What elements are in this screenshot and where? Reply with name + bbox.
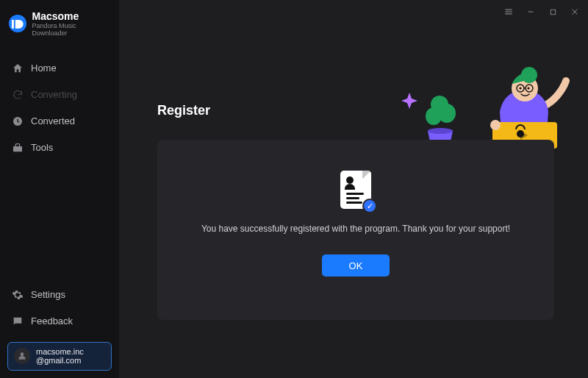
svg-point-16 — [519, 87, 521, 89]
minimize-button[interactable] — [523, 4, 538, 19]
home-icon — [12, 63, 24, 74]
sidebar-item-label: Converted — [31, 115, 75, 126]
svg-point-18 — [517, 85, 524, 92]
brand-text: Macsome Pandora Music Downloader — [32, 10, 112, 38]
svg-point-15 — [521, 67, 537, 83]
main-area: Register — [119, 0, 588, 378]
document-check-icon: ✓ — [340, 171, 371, 209]
sidebar-item-feedback[interactable]: Feedback — [0, 310, 119, 333]
brand-block: Macsome Pandora Music Downloader — [0, 0, 119, 46]
window-controls — [501, 4, 582, 19]
close-button[interactable] — [567, 4, 582, 19]
sidebar-item-converting[interactable]: Converting — [0, 83, 119, 107]
sidebar-item-settings[interactable]: Settings — [0, 283, 119, 307]
toolbox-icon — [12, 142, 24, 154]
sidebar-item-home[interactable]: Home — [0, 57, 119, 80]
refresh-icon — [12, 89, 24, 101]
sidebar-item-label: Settings — [31, 289, 65, 300]
svg-point-17 — [527, 87, 529, 89]
svg-rect-0 — [12, 19, 14, 28]
svg-point-22 — [517, 130, 524, 138]
sidebar-item-label: Home — [31, 63, 57, 74]
svg-point-13 — [431, 96, 448, 113]
chat-icon — [12, 315, 24, 327]
nav-primary: Home Converting Converted Tools — [0, 46, 119, 160]
svg-point-19 — [526, 85, 533, 92]
sidebar-item-label: Feedback — [31, 315, 73, 327]
sidebar-item-label: Converting — [31, 89, 77, 100]
account-email-line2: @gmail.com — [36, 356, 84, 365]
sidebar-item-converted[interactable]: Converted — [0, 110, 119, 133]
brand-name: Macsome — [32, 10, 112, 22]
svg-rect-7 — [551, 10, 555, 14]
svg-point-12 — [438, 104, 456, 123]
account-email-line1: macsome.inc — [36, 347, 84, 357]
svg-point-11 — [426, 107, 442, 125]
success-message: You have successfully registered with th… — [184, 224, 528, 234]
maximize-button[interactable] — [545, 4, 560, 19]
clock-icon — [12, 115, 24, 127]
svg-point-10 — [428, 128, 453, 134]
svg-point-23 — [490, 120, 501, 130]
gear-icon — [12, 289, 24, 301]
ok-button[interactable]: OK — [322, 254, 390, 277]
account-email: macsome.inc @gmail.com — [36, 347, 84, 365]
menu-icon[interactable] — [501, 4, 516, 19]
sidebar-item-tools[interactable]: Tools — [0, 136, 119, 160]
sidebar-item-label: Tools — [31, 142, 53, 153]
register-success-card: ✓ You have successfully registered with … — [157, 140, 554, 320]
svg-point-14 — [512, 75, 538, 101]
brand-logo-icon — [9, 15, 26, 32]
brand-subtitle: Pandora Music Downloader — [32, 22, 112, 38]
avatar-icon — [14, 348, 30, 364]
page-title: Register — [157, 103, 210, 118]
sidebar: Macsome Pandora Music Downloader Home Co… — [0, 0, 119, 378]
account-box[interactable]: macsome.inc @gmail.com — [7, 342, 112, 371]
nav-secondary: Settings Feedback — [0, 273, 119, 338]
svg-point-2 — [21, 353, 24, 357]
